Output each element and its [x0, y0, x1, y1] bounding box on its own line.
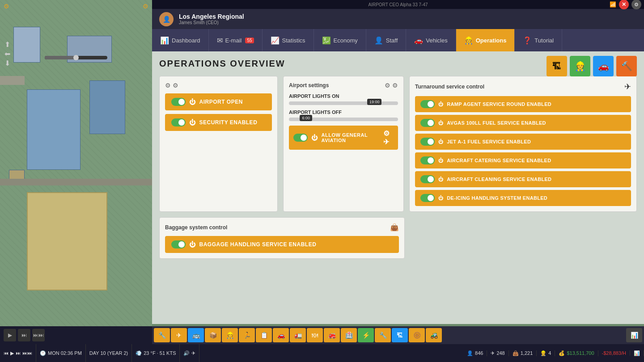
taskbar-btn-12[interactable]: ⚡	[358, 328, 374, 342]
general-aviation-toggle[interactable]: ⏻ ALLOW GENERAL AVIATION ⚙✈	[289, 126, 398, 150]
staff-count-icon: 👷	[540, 350, 547, 356]
baggage-handling-label: BAGGAGE HANDLING SERVICE ENABLED	[199, 241, 317, 248]
map-play-btn[interactable]: ▶	[4, 329, 16, 341]
nav-tutorial-label: Tutorial	[534, 37, 554, 44]
settings-button[interactable]: ⚙	[631, 0, 641, 9]
bags-icon: 👜	[513, 350, 519, 356]
operations-icon: 👷	[464, 36, 473, 45]
map-building	[89, 80, 125, 134]
settings-gear-icons[interactable]: ⚙ ⚙	[385, 82, 398, 89]
ff-btn[interactable]: ⏭	[16, 350, 21, 356]
status-wind: 💨 23 °F · 51 KTS	[132, 344, 180, 362]
status-noise-icons: 🔊 ✈	[180, 344, 199, 362]
nav-operations-label: Operations	[476, 37, 507, 44]
lights-off-slider[interactable]: 6:00	[289, 118, 398, 121]
toolbar-buildings-btn[interactable]: 🏗	[547, 56, 567, 76]
toolbar-contractors-btn[interactable]: 🔨	[616, 56, 637, 76]
nav-statistics[interactable]: 📈 Statistics	[263, 29, 314, 51]
avgas-toggle[interactable]: ⏻ AVGAS 100LL FUEL SERVICE ENABLED	[415, 115, 631, 131]
baggage-handling-toggle[interactable]: ⏻ BAGGAGE HANDLING SERVICE ENABLED	[165, 236, 399, 253]
airport-settings-panel: Airport settings ⚙ ⚙ AIRPORT LIGHTS ON 1…	[283, 76, 404, 212]
jet-a1-toggle[interactable]: ⏻ JET A-1 FUEL SERVICE ENABLED	[415, 134, 631, 150]
map-building-terminal	[27, 192, 107, 290]
turnaround-header: Turnaround service control ✈	[415, 82, 631, 92]
taskbar-btn-0[interactable]: 🔧	[154, 328, 170, 342]
planes-icon: ✈	[491, 350, 495, 356]
taskbar-btn-11[interactable]: 🏥	[341, 328, 357, 342]
lights-off-value: 6:00	[300, 115, 312, 121]
deicing-indicator	[420, 194, 435, 202]
profile-info: Los Angeles Regional James Smith (CEO)	[179, 13, 244, 25]
taskbar-btn-4[interactable]: 👷	[222, 328, 238, 342]
status-time: 🕐 MON 02:36 PM	[36, 344, 86, 362]
status-staff-value: 4	[548, 350, 551, 356]
map-ff-btn[interactable]: ⏭	[18, 329, 30, 341]
version-bar: AIRPORT CEO Alpha 33 7-47 📶 ✕ ⚙	[152, 0, 644, 9]
status-income-value: -$28,883/H	[602, 350, 626, 356]
taskbar-btn-2[interactable]: 🚌	[188, 328, 204, 342]
nav-tutorial[interactable]: ❓ Tutorial	[515, 29, 562, 51]
cleaning-toggle[interactable]: ⏻ AIRCRAFT CLEANING SERVICE ENABLED	[415, 171, 631, 187]
main-content: 🏗 👷 🚗 🔨 OPERATIONS OVERVIEW ⚙ ⚙ ⏻ AIRPOR…	[152, 51, 644, 324]
baggage-title: Baggage system control	[165, 224, 227, 231]
status-chart[interactable]: 📊	[630, 350, 644, 356]
fff-btn[interactable]: ⏭⏭	[22, 350, 32, 356]
nav-dashboard-label: Dashboard	[172, 37, 200, 44]
nav-dashboard[interactable]: 📊 Dashboard	[152, 29, 209, 51]
zoom-slider[interactable]	[45, 56, 107, 59]
nav-email[interactable]: ✉ E-mail 55	[209, 29, 263, 51]
taskbar-btn-1[interactable]: ✈	[171, 328, 187, 342]
taskbar-btn-8[interactable]: 🚛	[290, 328, 306, 342]
airport-open-indicator	[171, 98, 186, 106]
lights-on-value: 19:00	[367, 99, 382, 105]
toolbar-vehicles-btn[interactable]: 🚗	[593, 56, 614, 76]
lights-off-label: AIRPORT LIGHTS OFF	[289, 109, 398, 115]
ga-settings-icon[interactable]: ⚙✈	[383, 129, 394, 146]
status-time-value: MON 02:36 PM	[48, 350, 82, 356]
email-badge: 55	[245, 38, 254, 43]
nav-vehicles[interactable]: 🚗 Vehicles	[406, 29, 456, 51]
taskbar-btn-16[interactable]: 🚜	[426, 328, 442, 342]
close-button[interactable]: ✕	[619, 0, 629, 9]
baggage-panel: Baggage system control 👜 ⏻ BAGGAGE HANDL…	[159, 217, 405, 259]
nav-operations[interactable]: 👷 Operations	[456, 29, 515, 51]
prev-btn[interactable]: ⏮	[4, 350, 8, 356]
taskbar-btn-5[interactable]: 🏃	[239, 328, 255, 342]
general-aviation-label: ALLOW GENERAL AVIATION	[322, 132, 380, 143]
taskbar-btn-7[interactable]: 🚗	[273, 328, 289, 342]
security-power-icon: ⏻	[189, 119, 196, 126]
jet-a1-indicator	[420, 138, 435, 146]
airport-control-gear-icons[interactable]: ⚙ ⚙	[165, 82, 178, 89]
taskbar-btn-15[interactable]: 🛞	[409, 328, 425, 342]
taskbar-btn-13[interactable]: 🔧	[375, 328, 391, 342]
empty-panel-placeholder	[410, 217, 637, 259]
taskbar-btn-3[interactable]: 📦	[205, 328, 221, 342]
nav-staff[interactable]: 👤 Staff	[366, 29, 407, 51]
deicing-label: DE-ICING HANDLING SYSTEM ENABLED	[447, 195, 547, 201]
taskbar-chart-btn[interactable]: 📊	[626, 328, 642, 342]
taskbar-btn-9[interactable]: 🍽	[307, 328, 323, 342]
taskbar-btn-6[interactable]: 📋	[256, 328, 272, 342]
taskbar-btn-10[interactable]: 🚒	[324, 328, 340, 342]
lights-on-slider[interactable]: 19:00	[289, 101, 398, 105]
catering-label: AIRCRAFT CATERING SERVICE ENABLED	[447, 158, 551, 163]
status-staff-count: 👷 4	[537, 350, 555, 356]
map-fff-btn[interactable]: ⏭⏭	[32, 329, 45, 341]
catering-toggle[interactable]: ⏻ AIRCRAFT CATERING SERVICE ENABLED	[415, 152, 631, 168]
ramp-agent-power-icon: ⏻	[438, 101, 443, 107]
status-bags: 👜 1,221	[509, 350, 537, 356]
security-toggle[interactable]: ⏻ SECURITY ENABLED	[165, 114, 272, 131]
play-btn[interactable]: ▶	[10, 350, 14, 356]
nav-economy[interactable]: 💹 Economy	[314, 29, 366, 51]
status-day: DAY 10 (YEAR 2)	[86, 344, 132, 362]
toolbar-staff-btn[interactable]: 👷	[570, 56, 590, 76]
taskbar-btn-14[interactable]: 🏗	[392, 328, 408, 342]
airport-control-header: ⚙ ⚙	[165, 82, 272, 89]
status-planes: ✈ 248	[487, 350, 508, 356]
dashboard-icon: 📊	[160, 36, 169, 45]
ga-power-icon: ⏻	[311, 134, 318, 141]
status-planes-value: 248	[496, 350, 504, 356]
airport-open-toggle[interactable]: ⏻ AIRPORT OPEN	[165, 93, 272, 110]
ramp-agent-toggle[interactable]: ⏻ RAMP AGENT SERVICE ROUND ENABLED	[415, 96, 631, 112]
deicing-toggle[interactable]: ⏻ DE-ICING HANDLING SYSTEM ENABLED	[415, 190, 631, 206]
